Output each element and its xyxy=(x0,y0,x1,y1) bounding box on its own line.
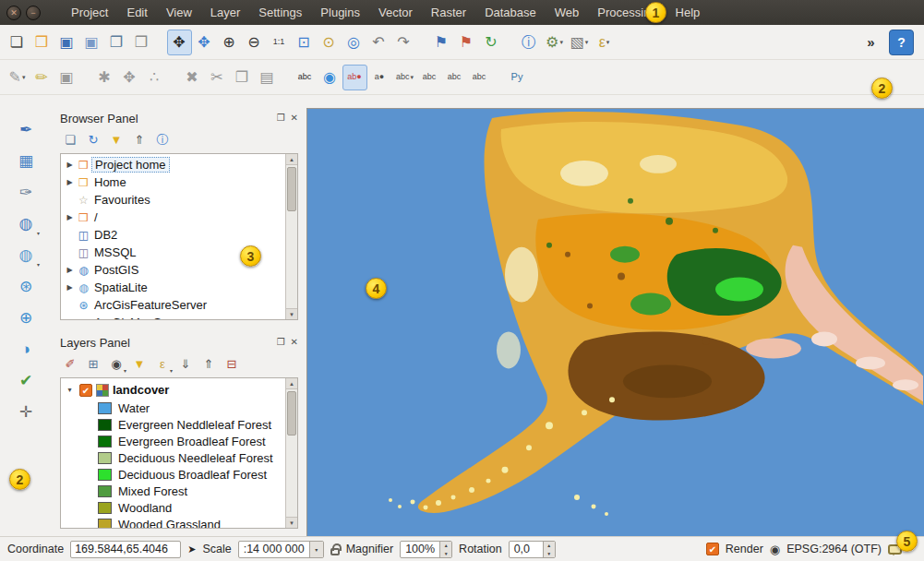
browser-item-arcgismapserver[interactable]: ⊛ ArcGisMapServer xyxy=(61,314,285,319)
rotate-label-button[interactable]: abc xyxy=(442,65,467,90)
pan-to-selection-button[interactable]: ✥ xyxy=(192,30,217,55)
browser-item-root[interactable]: ▶ ❒ / xyxy=(61,209,285,226)
add-selected-layers-button[interactable]: ❏ xyxy=(60,130,80,150)
toggle-editing-button[interactable]: ✏ xyxy=(30,65,54,90)
browser-scrollbar[interactable]: ▲ ▼ xyxy=(285,154,297,319)
add-wcs-layer-button[interactable]: ⊕ xyxy=(12,304,40,331)
cut-features-button[interactable]: ✂ xyxy=(205,65,230,90)
menu-project[interactable]: Project xyxy=(62,1,117,24)
remove-layer-button[interactable]: ⊟ xyxy=(222,354,242,375)
menu-settings[interactable]: Settings xyxy=(249,1,311,24)
pan-map-button[interactable]: ✥ xyxy=(167,30,192,55)
refresh-browser-button[interactable]: ↻ xyxy=(83,130,103,150)
map-canvas[interactable] xyxy=(306,108,924,536)
menu-database[interactable]: Database xyxy=(475,1,546,24)
legend-item-deciduous-needleleaf[interactable]: Deciduous Needleleaf Forest xyxy=(61,449,285,466)
zoom-to-selection-button[interactable]: ⊙ xyxy=(317,30,342,55)
scale-combo[interactable]: :14 000 000 ▾ xyxy=(238,541,324,558)
zoom-out-button[interactable]: ⊖ xyxy=(242,30,267,55)
rotation-value[interactable]: 0,0 xyxy=(510,542,543,557)
legend-item-mixed-forest[interactable]: Mixed Forest xyxy=(61,483,285,499)
add-raster-layer-button[interactable]: ▦ xyxy=(12,147,40,174)
add-group-button[interactable]: ⊞ xyxy=(83,354,103,375)
browser-item-project-home[interactable]: ▶ ❒ Project home xyxy=(61,156,285,173)
new-project-button[interactable]: ❏ xyxy=(5,30,30,55)
show-hide-labels-button[interactable]: abc▾ xyxy=(392,65,417,90)
layer-visibility-checkbox[interactable]: ✔ xyxy=(79,384,92,397)
toolbar-overflow-button[interactable]: » xyxy=(858,30,883,55)
spin-up-icon[interactable]: ▲ xyxy=(440,542,451,550)
node-tool-button[interactable]: ∴ xyxy=(142,65,167,90)
save-layer-edits-button[interactable]: ▣ xyxy=(54,65,79,90)
python-console-button[interactable]: Py xyxy=(505,65,530,90)
add-wfs-layer-button[interactable]: ◑ xyxy=(12,335,40,363)
filter-browser-button[interactable]: ▼ xyxy=(106,130,126,150)
new-bookmark-button[interactable]: ⚑ xyxy=(429,30,454,55)
layers-scrollbar[interactable]: ▲ ▼ xyxy=(285,378,297,528)
zoom-to-layer-button[interactable]: ◎ xyxy=(342,30,366,55)
menu-help[interactable]: Help xyxy=(666,1,710,24)
close-icon[interactable]: ✕ xyxy=(6,6,21,20)
composer-manager-button[interactable]: ❐ xyxy=(129,30,154,55)
menu-vector[interactable]: Vector xyxy=(369,1,422,24)
add-wms-layer-button[interactable]: ⊛ xyxy=(12,272,40,300)
spin-down-icon[interactable]: ▼ xyxy=(544,550,555,558)
pin-labels-button[interactable]: a● xyxy=(367,65,392,90)
new-shapefile-layer-button[interactable]: ✔ xyxy=(12,366,40,394)
open-styling-dock-button[interactable]: ✐ xyxy=(60,354,80,375)
float-panel-icon[interactable]: ❐ xyxy=(277,338,285,347)
expander-icon[interactable]: ▶ xyxy=(64,178,76,186)
zoom-last-button[interactable]: ↶ xyxy=(366,30,391,55)
delete-selected-button[interactable]: ✖ xyxy=(180,65,205,90)
show-bookmarks-button[interactable]: ⚑ xyxy=(454,30,479,55)
add-spatialite-layer-button[interactable]: ◍▾ xyxy=(12,241,40,269)
select-features-button[interactable]: ▧▾ xyxy=(567,30,592,55)
expander-icon[interactable]: ▶ xyxy=(64,266,76,274)
menu-plugins[interactable]: Plugins xyxy=(311,1,369,24)
expander-icon[interactable]: ▶ xyxy=(64,161,76,169)
refresh-map-button[interactable]: ↻ xyxy=(479,30,504,55)
save-project-button[interactable]: ▣ xyxy=(54,30,79,55)
move-label-button[interactable]: abc xyxy=(417,65,442,90)
layer-row-landcover[interactable]: ▾ ✔ landcover xyxy=(61,380,285,400)
render-checkbox[interactable]: ✔ xyxy=(706,543,719,555)
legend-item-deciduous-broadleaf[interactable]: Deciduous Broadleaf Forest xyxy=(61,466,285,483)
new-spatialite-layer-button[interactable]: ✛ xyxy=(12,398,40,425)
labeling-options-button[interactable]: abc xyxy=(293,65,318,90)
browser-item-favourites[interactable]: ☆ Favourites xyxy=(61,191,285,209)
menu-web[interactable]: Web xyxy=(546,1,589,24)
highlight-labels-button[interactable]: ab● xyxy=(342,65,367,90)
rotation-spinner[interactable]: 0,0 ▲▼ xyxy=(509,541,556,558)
move-feature-button[interactable]: ✥ xyxy=(117,65,142,90)
copy-features-button[interactable]: ❐ xyxy=(230,65,255,90)
browser-item-home[interactable]: ▶ ❒ Home xyxy=(61,173,285,191)
crs-status-text[interactable]: EPSG:2964 (OTF) xyxy=(786,543,882,555)
close-panel-icon[interactable]: ✕ xyxy=(291,338,298,347)
zoom-full-button[interactable]: ⊡ xyxy=(292,30,317,55)
zoom-in-button[interactable]: ⊕ xyxy=(217,30,242,55)
magnifier-spinner[interactable]: 100% ▲▼ xyxy=(400,541,452,558)
labeling-button[interactable]: ◉ xyxy=(318,65,342,90)
browser-item-spatialite[interactable]: ▶ ◍ SpatiaLite xyxy=(61,279,285,296)
scroll-up-icon[interactable]: ▲ xyxy=(286,154,297,165)
scale-value[interactable]: :14 000 000 xyxy=(239,543,309,555)
browser-item-arcgisfeatureserver[interactable]: ⊛ ArcGisFeatureServer xyxy=(61,296,285,314)
menu-view[interactable]: View xyxy=(157,1,201,24)
browser-item-db2[interactable]: ◫ DB2 xyxy=(61,226,285,244)
coordinate-input[interactable] xyxy=(70,541,181,558)
mouse-position-icon[interactable]: ➤ xyxy=(187,544,196,555)
chevron-down-icon[interactable]: ▾ xyxy=(309,542,323,557)
change-label-button[interactable]: abc xyxy=(467,65,492,90)
menu-raster[interactable]: Raster xyxy=(422,1,475,24)
open-project-button[interactable]: ❒ xyxy=(30,30,54,55)
collapse-all-button[interactable]: ⇑ xyxy=(129,130,150,150)
run-feature-action-button[interactable]: ⚙▾ xyxy=(542,30,567,55)
manage-visibility-button[interactable]: ◉▾ xyxy=(106,354,126,375)
collapse-all-layers-button[interactable]: ⇑ xyxy=(198,354,219,375)
menu-layer[interactable]: Layer xyxy=(201,1,250,24)
spin-down-icon[interactable]: ▼ xyxy=(440,550,451,558)
legend-item-water[interactable]: Water xyxy=(61,400,285,416)
select-by-expression-button[interactable]: ε▾ xyxy=(592,30,617,55)
float-panel-icon[interactable]: ❐ xyxy=(277,113,285,123)
paste-features-button[interactable]: ▤ xyxy=(255,65,280,90)
